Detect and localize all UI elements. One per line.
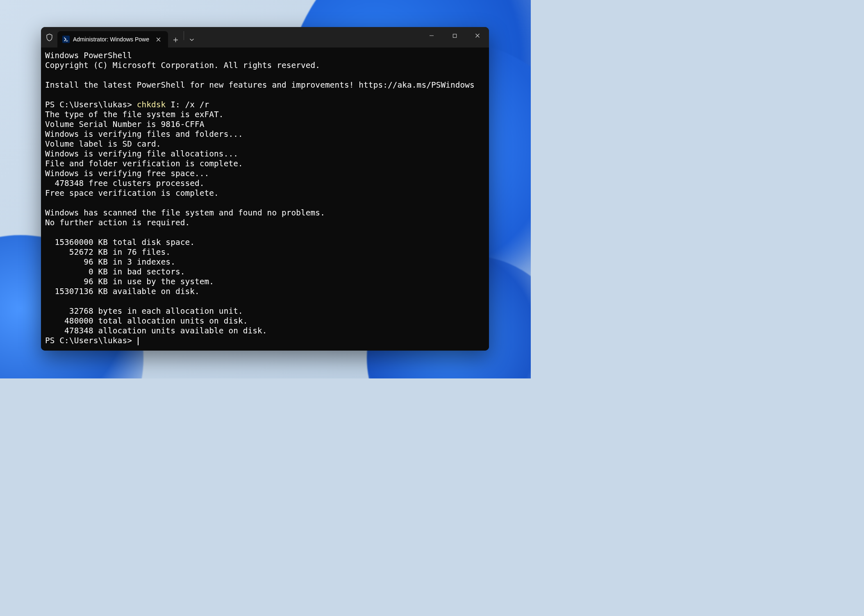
close-button[interactable] — [466, 27, 489, 44]
terminal-line: Windows has scanned the file system and … — [45, 208, 325, 217]
terminal-line: Windows is verifying file allocations... — [45, 149, 238, 159]
terminal-line: 15360000 KB total disk space. — [45, 238, 195, 247]
terminal-line: Volume label is SD card. — [45, 139, 161, 149]
svg-rect-0 — [453, 34, 456, 37]
terminal-line: 478348 free clusters processed. — [45, 179, 205, 188]
terminal-line: Install the latest PowerShell for new fe… — [45, 80, 475, 90]
maximize-button[interactable] — [443, 27, 466, 44]
terminal-line: Windows is verifying files and folders..… — [45, 129, 243, 139]
admin-shield-icon — [41, 27, 57, 48]
terminal-output[interactable]: Windows PowerShell Copyright (C) Microso… — [41, 48, 489, 351]
titlebar[interactable]: Administrator: Windows Powe — [41, 27, 489, 48]
terminal-line: 96 KB in use by the system. — [45, 277, 214, 286]
cursor — [138, 337, 139, 345]
terminal-line: No further action is required. — [45, 218, 190, 227]
command-args: I: /x /r — [166, 100, 209, 109]
command-name: chkdsk — [137, 100, 166, 109]
terminal-line: 32768 bytes in each allocation unit. — [45, 306, 243, 316]
new-tab-button[interactable] — [168, 32, 184, 48]
terminal-line: Volume Serial Number is 9816-CFFA — [45, 120, 205, 129]
terminal-line: Copyright (C) Microsoft Corporation. All… — [45, 61, 320, 70]
terminal-line: Windows is verifying free space... — [45, 169, 209, 178]
terminal-line: 480000 total allocation units on disk. — [45, 316, 248, 326]
prompt-prefix: PS C:\Users\lukas> — [45, 100, 137, 109]
terminal-line: Windows PowerShell — [45, 51, 132, 60]
prompt-prefix: PS C:\Users\lukas> — [45, 336, 137, 345]
terminal-line: 52672 KB in 76 files. — [45, 247, 171, 257]
terminal-line: 0 KB in bad sectors. — [45, 267, 185, 276]
terminal-line: 96 KB in 3 indexes. — [45, 257, 175, 267]
terminal-line: 15307136 KB available on disk. — [45, 287, 200, 296]
terminal-line: 478348 allocation units available on dis… — [45, 326, 267, 335]
terminal-line: File and folder verification is complete… — [45, 159, 243, 168]
tab-dropdown-button[interactable] — [184, 32, 200, 48]
terminal-line: The type of the file system is exFAT. — [45, 110, 224, 119]
terminal-window: Administrator: Windows Powe Windows Powe… — [41, 27, 489, 351]
tab-close-button[interactable] — [154, 35, 163, 44]
tab-title: Administrator: Windows Powe — [73, 36, 149, 43]
minimize-button[interactable] — [420, 27, 443, 44]
terminal-line: Free space verification is complete. — [45, 188, 219, 198]
tab-powershell[interactable]: Administrator: Windows Powe — [57, 31, 168, 48]
powershell-icon — [62, 36, 70, 43]
